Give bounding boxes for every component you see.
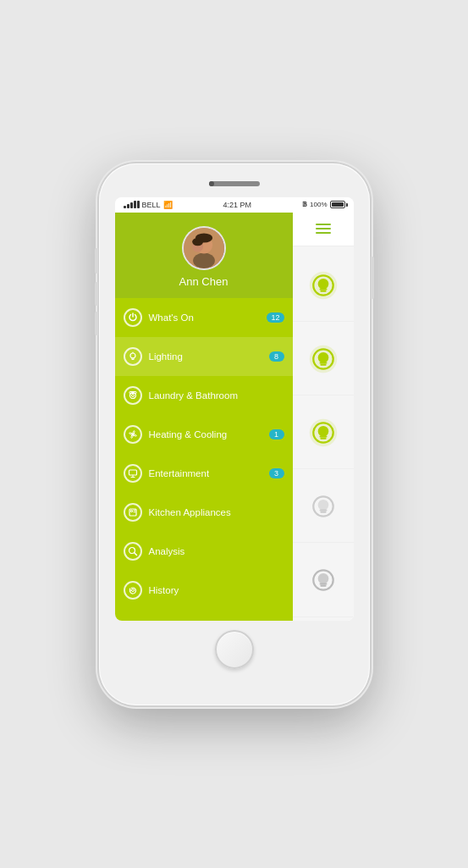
home-button[interactable]: [215, 630, 254, 669]
battery-percent: 100%: [310, 201, 327, 208]
bulb-row-5[interactable]: [293, 545, 354, 616]
home-button-area: [215, 624, 254, 675]
front-camera: [209, 181, 214, 186]
svg-line-20: [134, 552, 136, 555]
clock: 4:21 PM: [223, 201, 252, 209]
whats-on-badge: 12: [267, 312, 284, 323]
lighting-badge: 8: [269, 351, 284, 362]
svg-point-30: [317, 426, 328, 437]
bulb-icon-3: [306, 416, 340, 450]
svg-point-6: [130, 353, 135, 358]
left-panel: Ann Chen What's On 12: [115, 213, 293, 621]
volume-down-button[interactable]: [95, 312, 98, 335]
svg-point-1: [193, 252, 215, 268]
laundry-label: Laundry & Bathroom: [149, 390, 284, 401]
kitchen-icon: [124, 503, 142, 522]
battery-fill: [332, 202, 344, 207]
screen: BELL 📶 4:21 PM 𝔹 100%: [115, 197, 354, 621]
menu-item-whats-on[interactable]: What's On 12: [115, 298, 293, 337]
carrier-name: BELL: [142, 201, 161, 209]
history-label: History: [149, 585, 284, 595]
heating-badge: 1: [269, 429, 284, 440]
battery-icon: [330, 201, 345, 208]
earpiece-speaker: [209, 181, 260, 186]
wifi-icon: 📶: [163, 201, 173, 209]
hamburger-menu[interactable]: [316, 224, 331, 234]
menu-list: What's On 12 Lighting 8: [115, 298, 293, 621]
fan-icon: [124, 425, 142, 444]
bulb-row-4[interactable]: [293, 471, 354, 543]
svg-rect-12: [129, 470, 136, 475]
avatar[interactable]: [182, 226, 226, 270]
menu-item-laundry[interactable]: Laundry & Bathroom: [115, 376, 293, 415]
menu-item-heating[interactable]: Heating & Cooling 1: [115, 415, 293, 454]
menu-item-kitchen[interactable]: Kitchen Appliances: [115, 493, 293, 532]
laundry-icon: [124, 386, 142, 405]
svg-point-34: [317, 573, 328, 584]
svg-point-9: [131, 394, 134, 396]
menu-item-lighting[interactable]: Lighting 8: [115, 337, 293, 376]
profile-section: Ann Chen: [115, 213, 293, 298]
menu-item-entertainment[interactable]: Entertainment 3: [115, 454, 293, 493]
analysis-icon: [124, 542, 142, 561]
right-panel: [293, 213, 354, 621]
avatar-image: [184, 228, 224, 268]
signal-dot-4: [134, 201, 136, 208]
whats-on-label: What's On: [149, 312, 261, 323]
hamburger-line-3: [316, 232, 331, 234]
signal-dot-3: [130, 202, 133, 208]
bulb-icon-4: [306, 489, 340, 523]
menu-item-history[interactable]: History: [115, 571, 293, 610]
bulb-row-2[interactable]: [293, 323, 354, 395]
lighting-label: Lighting: [149, 351, 262, 362]
volume-up-button[interactable]: [95, 282, 98, 306]
bulb-icon-1: [306, 268, 340, 302]
svg-point-27: [317, 352, 328, 363]
right-header: [293, 213, 354, 246]
signal-dot-2: [127, 204, 129, 208]
history-icon: [124, 581, 142, 600]
power-icon: [124, 308, 142, 327]
monitor-icon: [124, 464, 142, 483]
bulb-row-3[interactable]: [293, 397, 354, 469]
bulb-icon-5: [306, 563, 340, 597]
lighting-bulb-icon: [124, 347, 142, 366]
status-left: BELL 📶: [124, 201, 173, 209]
bulb-list: [293, 246, 354, 621]
svg-rect-16: [130, 510, 132, 511]
profile-name: Ann Chen: [179, 275, 228, 288]
signal-dot-1: [124, 206, 126, 208]
bulb-row-1[interactable]: [293, 250, 354, 322]
bulb-icon-2: [306, 342, 340, 376]
svg-point-32: [317, 500, 328, 511]
status-right: 𝔹 100%: [302, 201, 344, 208]
signal-strength: [124, 201, 140, 208]
menu-item-analysis[interactable]: Analysis: [115, 532, 293, 571]
svg-point-24: [317, 278, 328, 289]
status-bar: BELL 📶 4:21 PM 𝔹 100%: [115, 197, 354, 213]
phone-frame: BELL 📶 4:21 PM 𝔹 100%: [99, 163, 370, 705]
top-sensor-area: [106, 174, 363, 194]
entertainment-label: Entertainment: [149, 468, 262, 478]
bluetooth-icon: 𝔹: [302, 201, 307, 208]
hamburger-line-1: [316, 224, 331, 225]
entertainment-badge: 3: [269, 468, 284, 478]
hamburger-line-2: [316, 228, 331, 229]
svg-point-5: [192, 238, 203, 246]
avatar-svg: [184, 226, 224, 270]
kitchen-label: Kitchen Appliances: [149, 507, 284, 517]
signal-dot-5: [137, 201, 140, 208]
analysis-label: Analysis: [149, 546, 284, 556]
heating-label: Heating & Cooling: [149, 429, 262, 440]
main-content: Ann Chen What's On 12: [115, 213, 354, 621]
